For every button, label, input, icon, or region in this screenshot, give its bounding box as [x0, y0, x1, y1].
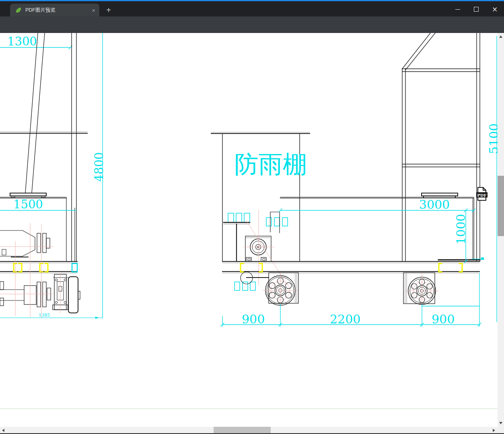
scroll-right-arrow-icon[interactable]	[493, 429, 495, 432]
browser-tab[interactable]: PDF图片预览 ×	[10, 4, 99, 16]
dimension-1300: 1300	[7, 35, 37, 48]
new-tab-button[interactable]: +	[104, 6, 113, 15]
rail-clamp-highlights-left	[14, 263, 48, 272]
minimize-button[interactable]	[448, 2, 467, 16]
browser-toolbar: localhost:8012/onlinePreview?url=http%3A…	[0, 16, 504, 33]
rail-clamp-cyan	[72, 263, 77, 272]
tab-title: PDF图片预览	[25, 7, 82, 14]
dimension-1000: 1000	[454, 214, 468, 245]
page-content: 1300 4800 1500 1385 3000 1000 5100 900 2…	[0, 33, 498, 427]
dimension-4800: 4800	[92, 152, 106, 182]
centerlines-left	[0, 223, 60, 318]
browser-window: PDF图片预览 × + × localhost:8012/onl	[0, 0, 504, 434]
maximize-icon	[474, 7, 479, 12]
left-view	[0, 33, 103, 319]
rail-clamp-highlights-mid	[241, 263, 462, 272]
dimension-900-right: 900	[432, 312, 455, 326]
tab-close-icon[interactable]: ×	[92, 7, 95, 13]
close-button[interactable]: ×	[485, 2, 504, 16]
close-icon: ×	[492, 6, 498, 13]
vertical-scrollbar-thumb[interactable]	[498, 176, 504, 236]
right-dimension-lines	[279, 36, 497, 322]
dimension-5100: 5100	[487, 123, 498, 154]
scroll-up-arrow-icon[interactable]	[499, 35, 502, 38]
cyan-detail-boxes	[228, 213, 288, 290]
dimension-texts: 1300 4800 1500 1385 3000 1000 5100 900 2…	[7, 35, 498, 326]
cad-drawing: 1300 4800 1500 1385 3000 1000 5100 900 2…	[0, 33, 498, 427]
pdf-badge-text: PDF	[477, 193, 486, 197]
titlebar: PDF图片预览 × + ×	[0, 1, 504, 16]
vertical-scrollbar[interactable]	[498, 33, 504, 427]
dimension-1500: 1500	[13, 197, 43, 211]
right-view	[279, 33, 497, 322]
dimension-2200: 2200	[330, 312, 360, 326]
pdf-watermark-icon[interactable]: PDF	[476, 187, 488, 200]
dimension-900-left: 900	[242, 312, 265, 326]
dimension-1385: 1385	[39, 313, 50, 318]
dimension-3000: 3000	[419, 197, 450, 212]
spring-leaf-favicon-icon	[15, 7, 22, 14]
maximize-button[interactable]	[467, 2, 485, 16]
minimize-icon	[455, 9, 460, 10]
scroll-left-arrow-icon[interactable]	[2, 429, 4, 432]
scroll-down-arrow-icon[interactable]	[499, 422, 502, 424]
canopy-label: 防雨棚	[235, 150, 307, 178]
